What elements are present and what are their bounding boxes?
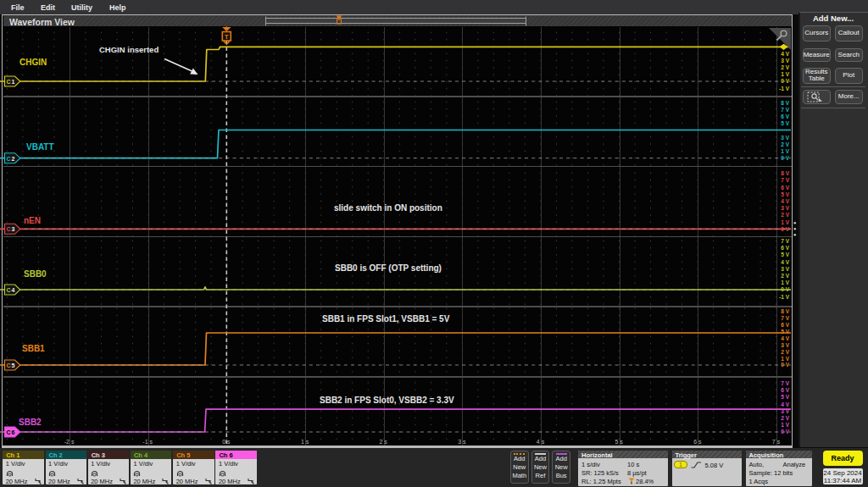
svg-text:4: 4: [12, 287, 15, 293]
svg-text:C: C: [7, 156, 11, 162]
svg-text:C: C: [7, 362, 11, 368]
svg-text:6: 6: [12, 429, 15, 435]
svg-text:C: C: [7, 226, 11, 232]
svg-text:3: 3: [12, 226, 15, 232]
svg-text:1: 1: [12, 79, 15, 85]
svg-text:C: C: [7, 79, 11, 85]
svg-text:2: 2: [12, 156, 15, 162]
svg-text:5: 5: [12, 362, 15, 368]
svg-text:C: C: [7, 429, 11, 435]
svg-text:T: T: [225, 33, 229, 41]
svg-text:C: C: [7, 287, 11, 293]
